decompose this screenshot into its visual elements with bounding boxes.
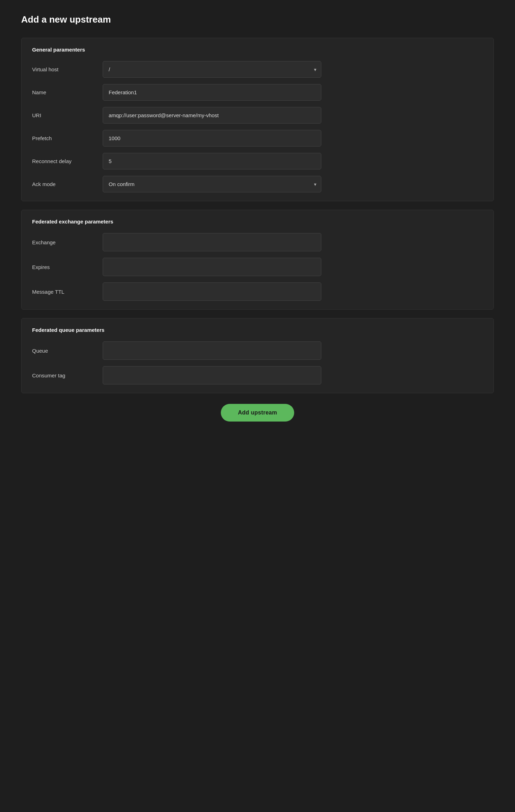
virtual-host-select[interactable]: / default vhost1 bbox=[103, 61, 321, 78]
ack-mode-row: Ack mode On confirm On publish No ack ▾ bbox=[32, 176, 483, 192]
exchange-row: Exchange bbox=[32, 233, 483, 251]
queue-label: Queue bbox=[32, 348, 103, 354]
prefetch-input[interactable] bbox=[103, 130, 321, 147]
virtual-host-label: Virtual host bbox=[32, 66, 103, 72]
uri-input[interactable] bbox=[103, 107, 321, 124]
reconnect-delay-input[interactable] bbox=[103, 153, 321, 169]
expires-row: Expires bbox=[32, 258, 483, 276]
general-parameters-section: General paramenters Virtual host / defau… bbox=[21, 38, 494, 201]
name-row: Name bbox=[32, 84, 483, 101]
federated-queue-section: Federated queue parameters Queue Consume… bbox=[21, 318, 494, 393]
consumer-tag-input[interactable] bbox=[103, 366, 321, 384]
general-parameters-title: General paramenters bbox=[32, 47, 483, 53]
exchange-label: Exchange bbox=[32, 239, 103, 245]
prefetch-label: Prefetch bbox=[32, 135, 103, 141]
name-input[interactable] bbox=[103, 84, 321, 101]
consumer-tag-label: Consumer tag bbox=[32, 372, 103, 378]
message-ttl-input[interactable] bbox=[103, 282, 321, 301]
name-label: Name bbox=[32, 89, 103, 95]
ack-mode-select[interactable]: On confirm On publish No ack bbox=[103, 176, 321, 192]
expires-input[interactable] bbox=[103, 258, 321, 276]
federated-exchange-section: Federated exchange parameters Exchange E… bbox=[21, 210, 494, 310]
virtual-host-select-wrapper: / default vhost1 ▾ bbox=[103, 61, 321, 78]
expires-label: Expires bbox=[32, 264, 103, 270]
reconnect-delay-label: Reconnect delay bbox=[32, 158, 103, 164]
reconnect-delay-row: Reconnect delay bbox=[32, 153, 483, 169]
ack-mode-label: Ack mode bbox=[32, 181, 103, 187]
virtual-host-row: Virtual host / default vhost1 ▾ bbox=[32, 61, 483, 78]
add-upstream-button[interactable]: Add upstream bbox=[221, 404, 294, 422]
uri-row: URI bbox=[32, 107, 483, 124]
queue-row: Queue bbox=[32, 341, 483, 360]
federated-exchange-title: Federated exchange parameters bbox=[32, 219, 483, 225]
queue-input[interactable] bbox=[103, 341, 321, 360]
federated-queue-title: Federated queue parameters bbox=[32, 327, 483, 333]
message-ttl-label: Message TTL bbox=[32, 289, 103, 295]
submit-area: Add upstream bbox=[21, 404, 494, 422]
message-ttl-row: Message TTL bbox=[32, 282, 483, 301]
page-title: Add a new upstream bbox=[21, 14, 494, 25]
exchange-input[interactable] bbox=[103, 233, 321, 251]
consumer-tag-row: Consumer tag bbox=[32, 366, 483, 384]
ack-mode-select-wrapper: On confirm On publish No ack ▾ bbox=[103, 176, 321, 192]
uri-label: URI bbox=[32, 112, 103, 118]
prefetch-row: Prefetch bbox=[32, 130, 483, 147]
